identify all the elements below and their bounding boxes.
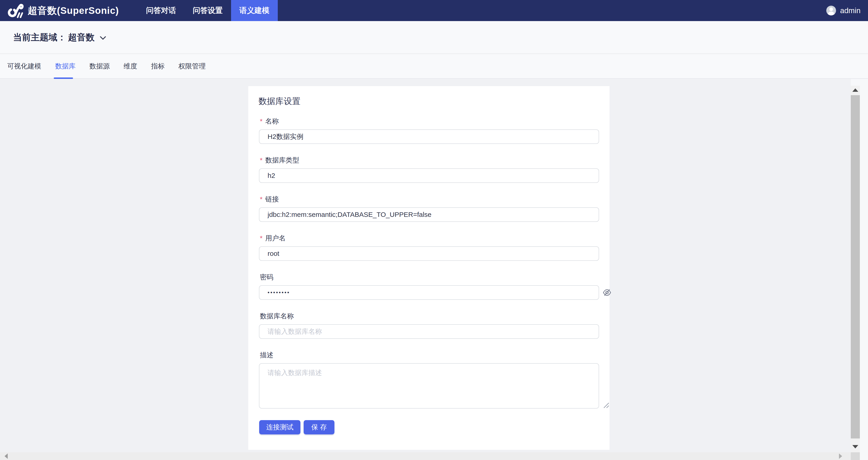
description-textarea[interactable] — [259, 363, 599, 408]
name-label: * 名称 — [260, 117, 279, 126]
tab-metric[interactable]: 指标 — [151, 62, 165, 71]
chevron-down-icon — [99, 36, 106, 40]
tab-visual-modeling[interactable]: 可视化建模 — [7, 62, 41, 71]
scroll-left-arrow-icon[interactable] — [4, 453, 8, 459]
db-name-input[interactable] — [259, 324, 599, 339]
user-icon — [826, 6, 836, 15]
horizontal-scrollbar[interactable] — [0, 452, 851, 460]
required-mark: * — [260, 156, 262, 164]
model-tabs: 可视化建模 数据库 数据源 维度 指标 权限管理 — [7, 54, 206, 78]
nav-item-qa-settings[interactable]: 问答设置 — [184, 0, 231, 21]
tab-database[interactable]: 数据库 — [55, 62, 75, 71]
scroll-up-arrow-icon[interactable] — [852, 88, 858, 92]
required-mark: * — [260, 195, 262, 203]
tab-datasource[interactable]: 数据源 — [89, 62, 110, 71]
user-menu[interactable]: admin — [826, 0, 861, 21]
test-connection-button[interactable]: 连接测试 — [259, 420, 301, 434]
model-tabs-bar: 可视化建模 数据库 数据源 维度 指标 权限管理 — [0, 54, 868, 79]
brand[interactable]: 超音数(SuperSonic) — [6, 0, 119, 21]
domain-subheader: 当前主题域： 超音数 — [0, 21, 868, 54]
current-domain-selector[interactable]: 当前主题域： 超音数 — [13, 31, 106, 43]
nav-item-qa-chat[interactable]: 问答对话 — [137, 0, 184, 21]
tab-permission[interactable]: 权限管理 — [179, 62, 206, 71]
jdbc-link-input[interactable] — [259, 207, 599, 222]
vertical-scrollbar-thumb[interactable] — [851, 95, 860, 438]
password-input[interactable] — [259, 285, 599, 300]
nav-item-semantic-modeling[interactable]: 语义建模 — [231, 0, 278, 21]
name-input[interactable] — [259, 129, 599, 144]
password-label: 密码 — [260, 273, 274, 282]
brand-title: 超音数(SuperSonic) — [28, 4, 119, 17]
required-mark: * — [260, 234, 262, 242]
scroll-down-arrow-icon[interactable] — [852, 445, 858, 449]
db-name-label: 数据库名称 — [260, 312, 294, 320]
save-button[interactable]: 保 存 — [304, 420, 335, 434]
db-type-selected-value: h2 — [268, 172, 275, 179]
db-type-select[interactable]: h2 — [259, 168, 599, 183]
username-label: admin — [840, 6, 861, 15]
db-username-input[interactable] — [259, 246, 599, 261]
description-label: 描述 — [260, 351, 274, 359]
top-navbar: 超音数(SuperSonic) 问答对话 问答设置 语义建模 admin — [0, 0, 868, 21]
scroll-right-arrow-icon[interactable] — [839, 453, 842, 459]
nav-menu: 问答对话 问答设置 语义建模 — [137, 0, 278, 21]
current-domain-prefix: 当前主题域： — [13, 31, 66, 43]
vertical-scrollbar[interactable] — [851, 86, 860, 452]
required-mark: * — [260, 118, 262, 125]
db-type-label: * 数据库类型 — [260, 156, 299, 165]
supersonic-logo-icon — [6, 3, 25, 19]
scrollbar-corner — [851, 452, 860, 460]
app-screen: 超音数(SuperSonic) 问答对话 问答设置 语义建模 admin 当前主… — [0, 0, 868, 460]
form-title: 数据库设置 — [258, 96, 301, 107]
avatar — [826, 6, 836, 15]
tab-dimension[interactable]: 维度 — [124, 62, 137, 71]
eye-invisible-icon[interactable] — [602, 288, 612, 297]
link-label: * 链接 — [260, 195, 279, 203]
textarea-resize-handle[interactable] — [602, 401, 610, 409]
database-settings-card: 数据库设置 * 名称 * 数据库类型 h2 * 链接 * 用户名 — [248, 86, 610, 450]
username-field-label: * 用户名 — [260, 234, 286, 242]
current-domain-value: 超音数 — [68, 31, 95, 43]
